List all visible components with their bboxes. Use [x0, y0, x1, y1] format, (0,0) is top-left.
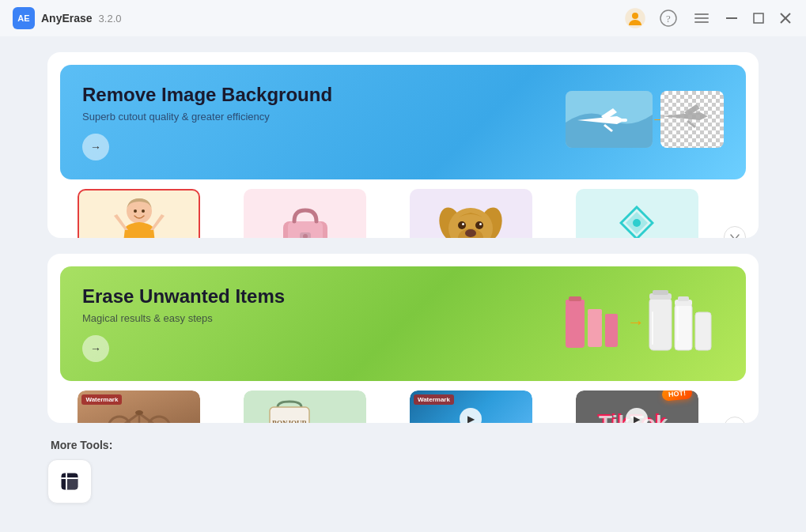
titlebar-right: ? [624, 7, 793, 29]
svg-point-36 [633, 219, 641, 227]
svg-rect-42 [605, 319, 618, 347]
remove-background-section: Remove Image Background Superb cutout qu… [47, 52, 759, 238]
main-content: Remove Image Background Superb cutout qu… [0, 36, 806, 532]
banner-subtitle: Superb cutout quality & greater efficien… [82, 111, 332, 123]
svg-point-29 [465, 229, 476, 237]
video-watermark-overlay-label: Watermark [414, 394, 454, 405]
category-product[interactable]: Product [226, 189, 384, 238]
svg-text:→: → [627, 312, 645, 332]
video-watermark-thumbnail: ▶ Watermark [410, 391, 532, 423]
erase-categories-expand-button[interactable] [724, 417, 746, 423]
product-thumbnail [244, 189, 366, 238]
svg-point-32 [462, 223, 464, 225]
erase-banner-subtitle: Magical results & easy steps [82, 312, 285, 324]
erase-thumbnails: Watermark Watermark BONJOUR [47, 381, 759, 423]
erase-video-watermark[interactable]: ▶ Watermark Video Watermark [392, 391, 551, 423]
text-thumbnail: BONJOUR [244, 391, 366, 423]
minimize-button[interactable] [724, 10, 740, 26]
erase-watermark[interactable]: Watermark Watermark [60, 391, 218, 423]
category-people[interactable]: People [60, 189, 218, 238]
animal-thumbnail [410, 189, 532, 238]
svg-rect-51 [695, 312, 711, 350]
svg-point-30 [458, 221, 466, 229]
svg-point-60 [135, 410, 143, 415]
erase-illustration: → [558, 289, 724, 360]
watermark-overlay-label: Watermark [81, 394, 122, 405]
banner-text: Remove Image Background Superb cutout qu… [82, 84, 332, 160]
svg-rect-37 [566, 304, 585, 348]
app-version: 3.2.0 [99, 13, 122, 25]
category-textlogo[interactable]: COMPANY Text/Logo [558, 189, 716, 238]
menu-icon[interactable] [691, 7, 713, 29]
svg-text:?: ? [666, 13, 671, 25]
close-button[interactable] [778, 10, 793, 26]
erase-arrow-button[interactable]: → [82, 335, 109, 362]
more-tools-section: More Tools: [47, 439, 759, 516]
erase-banner[interactable]: Erase Unwanted Items Magical results & e… [60, 266, 746, 381]
people-thumbnail [78, 189, 200, 238]
video-play-icon: ▶ [460, 408, 482, 423]
svg-point-31 [475, 221, 483, 229]
erase-section: Erase Unwanted Items Magical results & e… [47, 254, 759, 423]
svg-rect-70 [66, 478, 78, 489]
help-icon[interactable]: ? [657, 7, 679, 29]
tiktok-thumbnail: TikTok TikTok ▶ HOT! [576, 391, 698, 423]
svg-rect-41 [588, 309, 602, 315]
svg-point-33 [479, 223, 482, 225]
crop-tool-button[interactable] [47, 459, 92, 504]
svg-rect-12 [621, 119, 627, 122]
titlebar: AE AnyErase 3.2.0 ? [0, 0, 806, 36]
more-tools-label: More Tools: [47, 439, 759, 451]
remove-bg-banner[interactable]: Remove Image Background Superb cutout qu… [60, 65, 746, 179]
company-logo-illustration: COMPANY [613, 206, 661, 239]
erase-banner-text: Erase Unwanted Items Magical results & e… [82, 285, 285, 362]
svg-rect-47 [653, 290, 668, 295]
svg-rect-50 [678, 296, 689, 301]
banner-arrow-button[interactable]: → [82, 134, 109, 160]
categories-expand-button[interactable] [724, 226, 746, 239]
svg-rect-39 [569, 296, 581, 301]
svg-text:BONJOUR: BONJOUR [272, 419, 308, 423]
maximize-button[interactable] [751, 10, 766, 26]
app-name: AnyErase [41, 12, 93, 25]
svg-rect-43 [605, 314, 618, 320]
erase-banner-title: Erase Unwanted Items [82, 285, 285, 308]
category-animal[interactable]: Animal [392, 189, 551, 238]
user-account-icon[interactable] [624, 7, 646, 29]
svg-rect-40 [588, 314, 602, 347]
svg-point-19 [142, 209, 145, 213]
titlebar-left: AE AnyErase 3.2.0 [13, 7, 122, 29]
textlogo-thumbnail: COMPANY [576, 189, 698, 238]
category-thumbnails: People [47, 179, 759, 238]
svg-line-57 [139, 413, 159, 423]
svg-point-18 [134, 209, 137, 213]
more-tools-row [47, 459, 759, 504]
banner-illustration: → [566, 87, 724, 158]
svg-rect-8 [754, 13, 763, 23]
svg-point-1 [632, 13, 638, 19]
app-logo: AE [13, 7, 35, 29]
watermark-thumbnail: Watermark [78, 391, 200, 423]
banner-title: Remove Image Background [82, 84, 332, 106]
svg-line-56 [119, 413, 139, 423]
erase-text[interactable]: BONJOUR Text [226, 391, 384, 423]
erase-tiktok[interactable]: TikTok TikTok ▶ HOT! TikTok Logo [558, 391, 716, 423]
